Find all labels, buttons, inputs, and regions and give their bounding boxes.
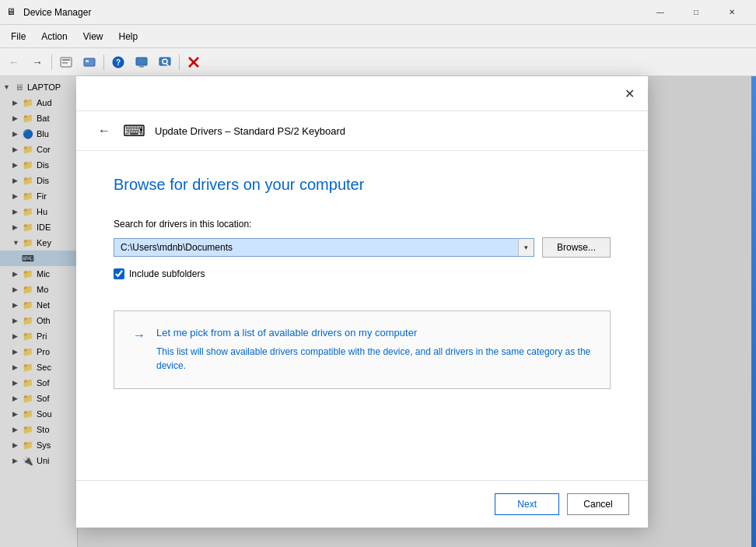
toolbar: ← → ? — [0, 48, 756, 76]
right-accent-bar — [751, 76, 756, 547]
include-subfolders-label[interactable]: Include subfolders — [129, 268, 205, 279]
path-input-wrapper: ▾ — [114, 238, 534, 257]
svg-text:?: ? — [116, 58, 121, 67]
toolbar-back[interactable]: ← — [3, 51, 25, 73]
pick-driver-title: Let me pick from a list of available dri… — [156, 327, 591, 338]
keyboard-device-icon: ⌨ — [123, 121, 145, 140]
svg-rect-7 — [136, 58, 147, 65]
checkbox-row: Include subfolders — [114, 268, 611, 279]
toolbar-sep-2 — [103, 54, 104, 70]
dialog-titlebar: ✕ — [76, 76, 648, 111]
dialog-content: Browse for drivers on your computer Sear… — [76, 151, 648, 480]
toolbar-show-hidden[interactable] — [79, 51, 100, 73]
svg-rect-4 — [86, 60, 89, 62]
dialog-back-button[interactable]: ← — [95, 121, 114, 141]
dialog-header-title: Update Drivers – Standard PS/2 Keyboard — [155, 125, 345, 137]
path-input[interactable] — [114, 239, 518, 256]
dialog-overlay: ✕ ← ⌨ Update Drivers – Standard PS/2 Key… — [0, 76, 756, 547]
svg-rect-2 — [62, 62, 68, 64]
app-icon: 🖥 — [6, 6, 19, 19]
minimize-button[interactable]: — — [642, 0, 678, 25]
menu-help[interactable]: Help — [111, 28, 146, 45]
cancel-button[interactable]: Cancel — [567, 493, 629, 515]
toolbar-properties[interactable] — [55, 51, 77, 73]
title-bar: 🖥 Device Manager — □ ✕ — [0, 0, 756, 25]
arrow-icon: → — [133, 328, 145, 342]
window-close-button[interactable]: ✕ — [714, 0, 750, 25]
search-label: Search for drivers in this location: — [114, 219, 611, 230]
include-subfolders-checkbox[interactable] — [114, 268, 124, 279]
menu-file[interactable]: File — [3, 28, 33, 45]
path-row: ▾ Browse... — [114, 237, 611, 258]
menu-action[interactable]: Action — [33, 28, 75, 45]
menu-bar: File Action View Help — [0, 25, 756, 48]
menu-view[interactable]: View — [75, 28, 111, 45]
svg-rect-8 — [139, 66, 144, 68]
toolbar-sep-1 — [51, 54, 52, 70]
svg-rect-1 — [62, 59, 70, 61]
pick-driver-link-box[interactable]: → Let me pick from a list of available d… — [114, 310, 611, 389]
toolbar-help[interactable]: ? — [107, 51, 129, 73]
dialog-header: ← ⌨ Update Drivers – Standard PS/2 Keybo… — [76, 111, 648, 151]
toolbar-forward[interactable]: → — [26, 51, 48, 73]
dialog-close-button[interactable]: ✕ — [618, 82, 640, 104]
dialog-main-title: Browse for drivers on your computer — [114, 176, 611, 194]
toolbar-remove[interactable] — [183, 51, 205, 73]
pick-driver-desc: This list will show available drivers co… — [156, 346, 590, 371]
window-controls: — □ ✕ — [642, 0, 750, 25]
toolbar-computer[interactable] — [131, 51, 152, 73]
dialog: ✕ ← ⌨ Update Drivers – Standard PS/2 Key… — [76, 76, 648, 528]
maximize-button[interactable]: □ — [678, 0, 714, 25]
app-title: Device Manager — [23, 7, 642, 18]
toolbar-scan[interactable] — [154, 51, 176, 73]
browse-button[interactable]: Browse... — [542, 237, 611, 258]
toolbar-sep-3 — [179, 54, 180, 70]
dialog-footer: Next Cancel — [76, 480, 648, 528]
next-button[interactable]: Next — [495, 493, 559, 515]
link-box-content: Let me pick from a list of available dri… — [156, 327, 591, 373]
path-dropdown-button[interactable]: ▾ — [518, 239, 534, 256]
main-area: ▼ 🖥 LAPTOP ▶ 📁 Aud ▶ 📁 Bat ▶ 🔵 Blu ▶ 📁 C… — [0, 76, 756, 547]
